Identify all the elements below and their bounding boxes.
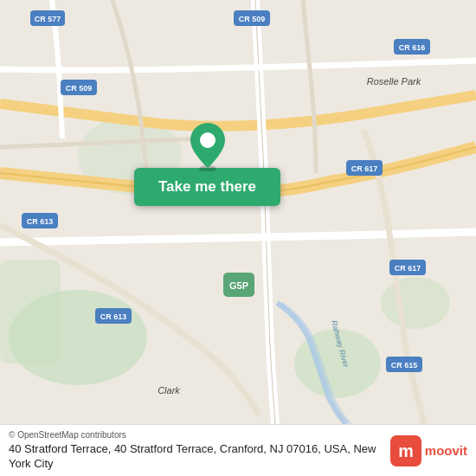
svg-text:Roselle Park: Roselle Park <box>367 76 421 87</box>
address-text: 40 Stratford Terrace, 40 Stratford Terra… <box>9 442 383 472</box>
svg-text:CR 509: CR 509 <box>66 84 93 93</box>
location-pin-icon <box>187 121 228 171</box>
svg-text:CR 613: CR 613 <box>27 217 54 226</box>
moovit-text: moovit <box>425 443 467 458</box>
svg-text:G5P: G5P <box>229 280 248 291</box>
svg-text:CR 617: CR 617 <box>395 264 421 273</box>
moovit-logo[interactable]: m moovit <box>390 435 467 466</box>
svg-text:CR 577: CR 577 <box>35 15 61 23</box>
svg-text:Clark: Clark <box>158 385 180 396</box>
moovit-icon: m <box>390 435 421 466</box>
map-container: G5P CR 577 CR 509 CR 509 CR 616 CR 617 C… <box>0 0 476 424</box>
svg-point-3 <box>381 277 450 329</box>
svg-text:CR 617: CR 617 <box>351 164 378 173</box>
osm-credit: © OpenStreetMap contributors <box>9 430 383 440</box>
footer-text-block: © OpenStreetMap contributors 40 Stratfor… <box>9 430 383 472</box>
svg-point-30 <box>200 132 215 148</box>
take-me-there-button[interactable]: Take me there <box>134 168 280 206</box>
svg-text:CR 615: CR 615 <box>391 361 418 370</box>
button-overlay: Take me there <box>134 121 280 206</box>
map-svg: G5P CR 577 CR 509 CR 509 CR 616 CR 617 C… <box>0 0 476 424</box>
footer: © OpenStreetMap contributors 40 Stratfor… <box>0 424 476 476</box>
svg-rect-5 <box>0 260 61 363</box>
svg-text:CR 613: CR 613 <box>100 312 127 321</box>
svg-text:CR 616: CR 616 <box>399 43 426 52</box>
svg-text:m: m <box>398 441 414 460</box>
svg-text:CR 509: CR 509 <box>239 15 266 23</box>
